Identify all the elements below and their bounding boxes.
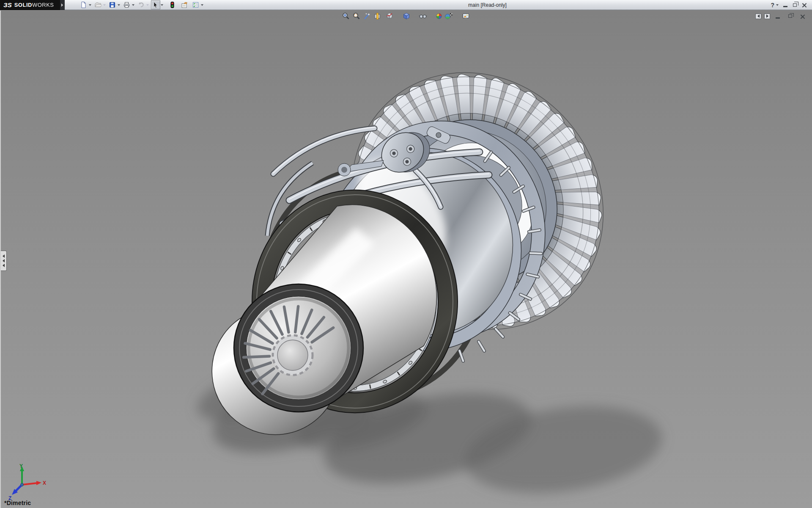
save-dropdown[interactable] xyxy=(118,4,120,6)
hide-show-items-icon xyxy=(419,12,427,20)
section-view-button[interactable] xyxy=(373,12,381,20)
collapse-arrow-icon xyxy=(3,264,5,267)
restore-icon xyxy=(793,3,797,7)
print-icon xyxy=(123,1,130,8)
open-icon xyxy=(94,1,102,8)
edit-appearance-icon xyxy=(435,12,443,20)
document-title: main [Read-only] xyxy=(206,2,770,8)
graphics-viewport[interactable]: Y X Z *Dimetric xyxy=(0,11,812,508)
solidworks-logo-mark: ЗS xyxy=(3,1,12,8)
select-button[interactable] xyxy=(151,0,160,9)
window-controls: ? xyxy=(769,1,809,9)
help-button[interactable]: ? xyxy=(769,2,776,8)
feature-manager-collapsed-tab[interactable] xyxy=(1,251,7,271)
zoom-to-fit-button[interactable] xyxy=(342,12,350,20)
options-icon xyxy=(192,1,199,8)
view-settings-button[interactable] xyxy=(461,12,470,20)
traffic-light-icon xyxy=(169,1,176,8)
collapse-left-icon xyxy=(757,14,760,18)
minimize-icon xyxy=(783,6,787,7)
view-orientation-button[interactable] xyxy=(385,12,394,20)
close-button[interactable] xyxy=(799,1,809,9)
heads-up-view-toolbar xyxy=(342,12,470,20)
new-document-dropdown[interactable] xyxy=(89,4,91,6)
doc-minimize-button[interactable] xyxy=(773,12,782,20)
zoom-to-area-icon xyxy=(353,12,360,20)
undo-icon xyxy=(137,1,145,8)
design-binder-icon xyxy=(181,1,188,8)
view-orientation-label: *Dimetric xyxy=(4,500,31,506)
collapse-right-icon xyxy=(766,14,768,18)
jet-engine-model xyxy=(1,11,812,508)
display-style-icon xyxy=(403,12,410,20)
open-button[interactable] xyxy=(93,0,103,9)
doc-restore-button[interactable] xyxy=(785,12,795,20)
solidworks-logo-text: SOLIDWORKS xyxy=(14,2,54,8)
design-binder-button[interactable] xyxy=(180,0,189,9)
doc-minimize-icon xyxy=(776,17,780,19)
collapse-arrow-icon xyxy=(3,259,5,262)
view-orientation-icon xyxy=(386,12,393,20)
restore-button[interactable] xyxy=(790,1,799,9)
select-dropdown[interactable] xyxy=(161,4,163,6)
open-dropdown[interactable] xyxy=(103,4,106,6)
zoom-to-area-button[interactable] xyxy=(352,12,361,20)
collapse-right-button[interactable] xyxy=(764,14,770,19)
hide-show-items-button[interactable] xyxy=(419,12,427,20)
triad-x-label: X xyxy=(43,480,46,486)
titlebar: ЗS SOLIDWORKS xyxy=(0,0,812,10)
minimize-button[interactable] xyxy=(781,1,790,9)
collapse-left-button[interactable] xyxy=(755,14,761,19)
main-toolbar xyxy=(79,0,206,9)
help-dropdown[interactable] xyxy=(776,4,779,6)
previous-view-icon xyxy=(363,12,371,20)
undo-dropdown[interactable] xyxy=(146,4,149,6)
doc-close-icon xyxy=(800,14,805,19)
view-settings-icon xyxy=(462,12,470,20)
previous-view-button[interactable] xyxy=(363,12,371,20)
triad-y-label: Y xyxy=(19,463,23,469)
document-window-controls xyxy=(755,12,807,20)
save-icon xyxy=(109,1,116,8)
edit-appearance-button[interactable] xyxy=(435,12,443,20)
display-style-button[interactable] xyxy=(402,12,411,20)
save-button[interactable] xyxy=(108,0,117,9)
options-dropdown[interactable] xyxy=(201,4,203,6)
zoom-to-fit-icon xyxy=(342,12,350,20)
reference-triad: Y X Z xyxy=(3,463,50,505)
new-document-icon xyxy=(80,1,87,8)
undo-button[interactable] xyxy=(137,0,146,9)
collapse-arrow-icon xyxy=(3,254,5,258)
apply-scene-icon xyxy=(444,12,453,20)
print-button[interactable] xyxy=(122,0,132,9)
print-dropdown[interactable] xyxy=(132,4,134,6)
traffic-light-button[interactable] xyxy=(168,0,177,9)
doc-restore-icon xyxy=(788,14,792,18)
section-view-icon xyxy=(373,12,381,20)
solidworks-logo: ЗS SOLIDWORKS xyxy=(0,0,60,10)
apply-scene-button[interactable] xyxy=(444,12,453,20)
options-button[interactable] xyxy=(191,0,200,9)
select-cursor-icon xyxy=(152,1,159,8)
doc-close-button[interactable] xyxy=(798,12,807,20)
menu-flyout-arrow[interactable] xyxy=(60,0,65,10)
new-document-button[interactable] xyxy=(79,0,88,9)
close-icon xyxy=(802,3,807,7)
